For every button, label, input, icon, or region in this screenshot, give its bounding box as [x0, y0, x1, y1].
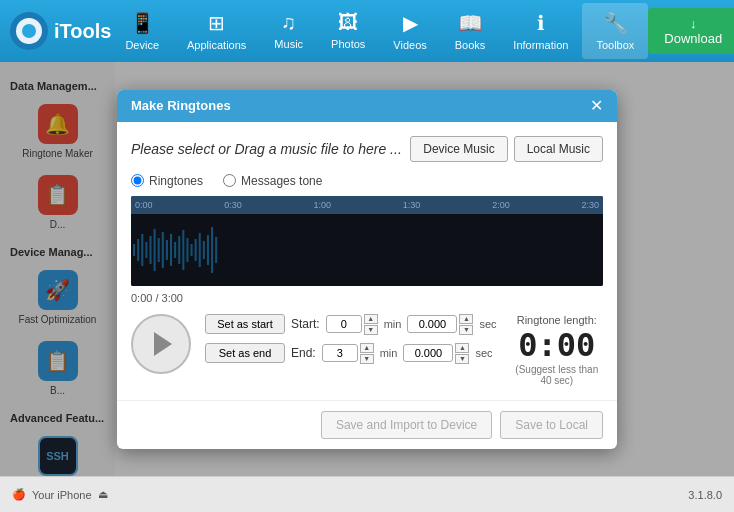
set-as-end-button[interactable]: Set as end	[205, 343, 285, 363]
ringtone-length-area: Ringtone length: 0:00 (Suggest less than…	[511, 314, 603, 386]
nav-item-applications[interactable]: ⊞ Applications	[173, 3, 260, 59]
mark-30: 0:30	[224, 200, 242, 210]
start-sec-arrows: ▲ ▼	[459, 314, 473, 335]
version-label: 3.1.8.0	[688, 489, 722, 501]
nav-item-device[interactable]: 📱 Device	[111, 3, 173, 59]
svg-rect-22	[207, 235, 209, 265]
svg-rect-8	[149, 236, 151, 264]
mark-100: 1:00	[314, 200, 332, 210]
start-min-up-arrow[interactable]: ▲	[364, 314, 378, 324]
ringtones-radio[interactable]	[131, 174, 144, 187]
logo-area: iTools	[10, 12, 111, 50]
timeline-marks: 0:00 0:30 1:00 1:30 2:00 2:30	[135, 200, 599, 210]
save-local-button[interactable]: Save to Local	[500, 411, 603, 439]
end-sec-up-arrow[interactable]: ▲	[455, 343, 469, 353]
nav-item-photos[interactable]: 🖼 Photos	[317, 3, 379, 59]
start-min-spinner: ▲ ▼	[326, 314, 378, 335]
start-sec-up-arrow[interactable]: ▲	[459, 314, 473, 324]
eject-icon[interactable]: ⏏	[98, 488, 108, 501]
toolbox-icon: 🔧	[603, 11, 628, 35]
ringtone-suggest: (Suggest less than 40 sec)	[511, 364, 603, 386]
start-min-down-arrow[interactable]: ▼	[364, 325, 378, 335]
itools-logo-icon	[10, 12, 48, 50]
svg-rect-24	[215, 237, 217, 263]
end-min-input[interactable]	[322, 344, 358, 362]
end-sec-arrows: ▲ ▼	[455, 343, 469, 364]
controls-row: Set as start Start: ▲ ▼ min	[131, 314, 603, 386]
modal-body: Please select or Drag a music file to he…	[117, 122, 617, 400]
end-min-down-arrow[interactable]: ▼	[360, 354, 374, 364]
save-import-button[interactable]: Save and Import to Device	[321, 411, 492, 439]
information-icon: ℹ	[537, 11, 545, 35]
start-min-arrows: ▲ ▼	[364, 314, 378, 335]
nav-item-information[interactable]: ℹ Information	[499, 3, 582, 59]
modal-close-button[interactable]: ✕	[590, 98, 603, 114]
nav-item-music[interactable]: ♫ Music	[260, 3, 317, 59]
start-label: Start:	[291, 317, 320, 331]
device-apple-icon: 🍎	[12, 488, 26, 501]
nav-label-device: Device	[125, 39, 159, 51]
time-display: 0:00 / 3:00	[131, 292, 603, 304]
header: iTools 📱 Device ⊞ Applications ♫ Music 🖼…	[0, 0, 734, 62]
start-min-unit: min	[384, 318, 402, 330]
nav-label-music: Music	[274, 38, 303, 50]
tone-options: Ringtones Messages tone	[131, 174, 603, 188]
device-name: Your iPhone	[32, 489, 92, 501]
end-min-unit: min	[380, 347, 398, 359]
local-music-button[interactable]: Local Music	[514, 136, 603, 162]
nav-label-applications: Applications	[187, 39, 246, 51]
set-as-start-button[interactable]: Set as start	[205, 314, 285, 334]
svg-rect-16	[182, 230, 184, 270]
end-sec-down-arrow[interactable]: ▼	[455, 354, 469, 364]
start-sec-down-arrow[interactable]: ▼	[459, 325, 473, 335]
nav-label-books: Books	[455, 39, 486, 51]
waveform-svg	[131, 214, 603, 286]
bottom-bar: 🍎 Your iPhone ⏏ 3.1.8.0	[0, 476, 734, 512]
select-prompt: Please select or Drag a music file to he…	[131, 141, 402, 157]
select-music-area: Please select or Drag a music file to he…	[131, 136, 603, 162]
nav-item-books[interactable]: 📖 Books	[441, 3, 500, 59]
svg-rect-13	[170, 234, 172, 266]
download-button[interactable]: ↓ Download	[648, 8, 734, 54]
end-sec-spinner: ▲ ▼	[403, 343, 469, 364]
start-min-input[interactable]	[326, 315, 362, 333]
start-sec-spinner: ▲ ▼	[407, 314, 473, 335]
ringtone-length-label: Ringtone length:	[511, 314, 603, 326]
end-label: End:	[291, 346, 316, 360]
end-sec-input[interactable]	[403, 344, 453, 362]
photos-icon: 🖼	[338, 11, 358, 34]
start-sec-input[interactable]	[407, 315, 457, 333]
nav-item-videos[interactable]: ▶ Videos	[379, 3, 440, 59]
play-button[interactable]	[131, 314, 191, 374]
nav-item-toolbox[interactable]: 🔧 Toolbox	[582, 3, 648, 59]
nav-label-videos: Videos	[393, 39, 426, 51]
start-control-row: Set as start Start: ▲ ▼ min	[205, 314, 497, 335]
svg-point-2	[22, 24, 36, 38]
svg-rect-19	[195, 239, 197, 261]
mark-130: 1:30	[403, 200, 421, 210]
start-sec-unit: sec	[479, 318, 496, 330]
messages-tone-option[interactable]: Messages tone	[223, 174, 322, 188]
music-buttons: Device Music Local Music	[410, 136, 603, 162]
end-min-spinner: ▲ ▼	[322, 343, 374, 364]
svg-rect-4	[133, 244, 135, 256]
modal-header: Make Ringtones ✕	[117, 90, 617, 122]
end-min-arrows: ▲ ▼	[360, 343, 374, 364]
modal-title: Make Ringtones	[131, 98, 231, 113]
nav-label-toolbox: Toolbox	[596, 39, 634, 51]
svg-rect-3	[131, 214, 603, 286]
svg-rect-7	[145, 242, 147, 258]
waveform-area	[131, 214, 603, 286]
svg-rect-21	[203, 241, 205, 259]
nav-label-photos: Photos	[331, 38, 365, 50]
videos-icon: ▶	[403, 11, 418, 35]
device-music-button[interactable]: Device Music	[410, 136, 507, 162]
messages-tone-radio[interactable]	[223, 174, 236, 187]
mark-0: 0:00	[135, 200, 153, 210]
messages-tone-label: Messages tone	[241, 174, 322, 188]
play-triangle-icon	[154, 332, 172, 356]
books-icon: 📖	[458, 11, 483, 35]
ringtones-option[interactable]: Ringtones	[131, 174, 203, 188]
end-min-up-arrow[interactable]: ▲	[360, 343, 374, 353]
svg-rect-11	[162, 232, 164, 268]
